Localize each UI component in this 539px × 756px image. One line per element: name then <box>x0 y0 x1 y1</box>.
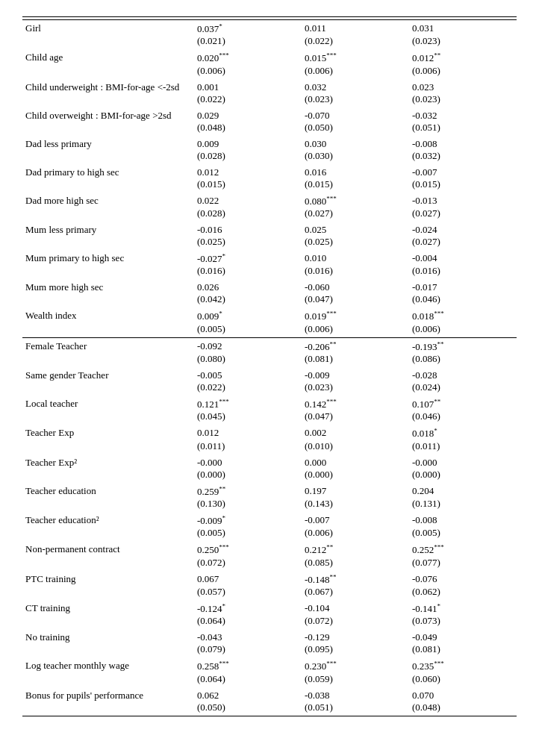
col3-se: (0.081) <box>409 643 517 657</box>
col1-se: (0.045) <box>194 410 302 425</box>
col1-value: -0.009* <box>194 512 302 527</box>
col3-se: (0.000) <box>409 469 517 483</box>
col3-se: (0.048) <box>409 702 517 716</box>
se-label-empty <box>22 293 194 307</box>
col1-value: -0.000 <box>194 454 302 469</box>
col3-value: -0.049 <box>409 629 517 643</box>
table-se-row: (0.005)(0.006)(0.006) <box>22 323 517 338</box>
se-label-empty <box>22 440 194 454</box>
col3-value: -0.007 <box>409 164 517 178</box>
se-label-empty <box>22 615 194 629</box>
col3-se: (0.006) <box>409 323 517 338</box>
col2-value: 0.030 <box>302 136 409 150</box>
col1-se: (0.064) <box>194 615 302 629</box>
col3-se: (0.024) <box>409 381 517 396</box>
col1-se: (0.015) <box>194 178 302 193</box>
col3-se: (0.016) <box>409 265 517 279</box>
col3-value: 0.235*** <box>409 657 517 672</box>
table-se-row: (0.011)(0.010)(0.011) <box>22 440 517 454</box>
col2-value: -0.148** <box>302 571 409 586</box>
col1-se: (0.025) <box>194 236 302 250</box>
col1-se: (0.050) <box>194 702 302 716</box>
col2-value: 0.025 <box>302 222 409 236</box>
col3-value: -0.013 <box>409 193 517 207</box>
table-se-row: (0.006)(0.006)(0.006) <box>22 65 517 79</box>
col3-se: (0.023) <box>409 35 517 49</box>
col3-se: (0.015) <box>409 178 517 193</box>
col2-se: (0.047) <box>302 410 409 425</box>
col3-value: -0.141* <box>409 600 517 615</box>
col2-value: -0.038 <box>302 687 409 702</box>
col3-value: -0.017 <box>409 279 517 293</box>
table-se-row: (0.057)(0.067)(0.062) <box>22 586 517 600</box>
col3-se: (0.011) <box>409 440 517 454</box>
col3-value: -0.000 <box>409 454 517 469</box>
se-label-empty <box>22 643 194 657</box>
col3-value: -0.024 <box>409 222 517 236</box>
row-label: Wealth index <box>22 307 194 322</box>
table-row: Teacher Exp0.0120.0020.018* <box>22 425 517 440</box>
col2-se: (0.081) <box>302 353 409 367</box>
col2-value: 0.011 <box>302 20 409 36</box>
col1-value: 0.022 <box>194 193 302 207</box>
table-row: Log teacher monthly wage0.258***0.230***… <box>22 657 517 672</box>
col1-value: 0.009 <box>194 136 302 150</box>
row-label: Bonus for pupils' performance <box>22 687 194 702</box>
table-se-row: (0.130)(0.143)(0.131) <box>22 498 517 512</box>
col1-value: 0.026 <box>194 279 302 293</box>
table-se-row: (0.028)(0.027)(0.027) <box>22 207 517 222</box>
col3-value: 0.070 <box>409 687 517 702</box>
table-row: Mum more high sec0.026-0.060-0.017 <box>22 279 517 293</box>
col1-se: (0.005) <box>194 323 302 338</box>
col3-value: 0.012** <box>409 49 517 64</box>
row-label: Dad less primary <box>22 136 194 150</box>
se-label-empty <box>22 410 194 425</box>
col2-value: 0.032 <box>302 79 409 93</box>
col2-se: (0.059) <box>302 673 409 687</box>
row-label: Girl <box>22 20 194 36</box>
col3-se: (0.131) <box>409 498 517 512</box>
col1-se: (0.072) <box>194 557 302 571</box>
table-row: Child age0.020***0.015***0.012** <box>22 49 517 64</box>
col1-se: (0.022) <box>194 381 302 396</box>
col1-value: -0.124* <box>194 600 302 615</box>
col1-value: 0.012 <box>194 425 302 440</box>
col2-se: (0.010) <box>302 440 409 454</box>
col2-se: (0.022) <box>302 35 409 49</box>
table-row: Girl0.037*0.0110.031 <box>22 20 517 36</box>
col3-value: -0.008 <box>409 136 517 150</box>
col2-se: (0.006) <box>302 527 409 541</box>
col2-value: -0.129 <box>302 629 409 643</box>
col1-value: 0.009* <box>194 307 302 322</box>
col2-se: (0.051) <box>302 702 409 716</box>
table-row: Child overweight : BMI-for-age >2sd0.029… <box>22 107 517 122</box>
col3-se: (0.051) <box>409 122 517 136</box>
col2-value: 0.080*** <box>302 193 409 207</box>
col1-se: (0.042) <box>194 293 302 307</box>
table-row: Child underweight : BMI-for-age <-2sd0.0… <box>22 79 517 93</box>
se-label-empty <box>22 178 194 193</box>
col3-value: -0.008 <box>409 512 517 527</box>
table-row: Teacher education0.259**0.1970.204 <box>22 483 517 498</box>
se-label-empty <box>22 265 194 279</box>
se-label-empty <box>22 469 194 483</box>
col3-value: 0.018*** <box>409 307 517 322</box>
col1-value: 0.012 <box>194 164 302 178</box>
col3-value: -0.028 <box>409 367 517 381</box>
table-row: Teacher education²-0.009*-0.007-0.008 <box>22 512 517 527</box>
table-row: CT training-0.124*-0.104-0.141* <box>22 600 517 615</box>
se-label-empty <box>22 207 194 222</box>
col2-se: (0.027) <box>302 207 409 222</box>
col3-se: (0.023) <box>409 93 517 107</box>
row-label: Teacher education <box>22 483 194 498</box>
col2-value: 0.010 <box>302 250 409 265</box>
table-row: Wealth index0.009*0.019***0.018*** <box>22 307 517 322</box>
col2-value: -0.060 <box>302 279 409 293</box>
col3-se: (0.027) <box>409 207 517 222</box>
col1-value: 0.001 <box>194 79 302 93</box>
col1-se: (0.016) <box>194 265 302 279</box>
se-label-empty <box>22 236 194 250</box>
col3-value: -0.004 <box>409 250 517 265</box>
col1-value: 0.121*** <box>194 396 302 410</box>
row-label: Log teacher monthly wage <box>22 657 194 672</box>
